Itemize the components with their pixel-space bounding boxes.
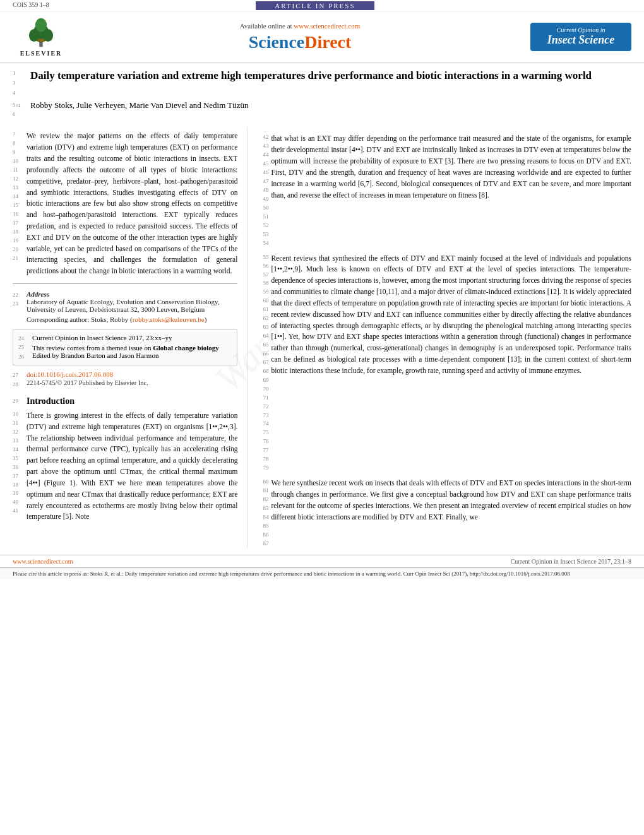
sciencedirect-logo: ScienceDirect bbox=[69, 32, 530, 52]
citation-content: Current Opinion in Insect Science 2017, … bbox=[32, 334, 219, 359]
journal-code-bar: COIS 359 1–8 ARTICLE IN PRESS bbox=[0, 0, 644, 12]
journal-badge-subtitle: Current Opinion in bbox=[538, 27, 624, 33]
elsevier-label: ELSEVIER bbox=[20, 50, 63, 57]
introduction-title: Introduction bbox=[27, 396, 75, 406]
article-in-press-label: ARTICLE IN PRESS bbox=[256, 1, 374, 10]
center-header: Available online at www.sciencedirect.co… bbox=[69, 22, 530, 52]
citation-note-text: Please cite this article in press as: St… bbox=[13, 571, 570, 577]
article-content: Warming 1 3 4 Daily temperature variatio… bbox=[0, 62, 644, 548]
doi-section: 2728 doi:10.1016/j.cois.2017.06.008 2214… bbox=[13, 370, 237, 389]
citation-box: 242526 Current Opinion in Insect Science… bbox=[13, 329, 237, 365]
sciencedirect-url[interactable]: www.sciencedirect.com bbox=[294, 22, 360, 30]
address-section: 2223 Address Laboratory of Aquatic Ecolo… bbox=[13, 283, 237, 323]
footer-url: www.sciencedirect.com bbox=[13, 558, 73, 565]
doi-copyright: 2214-5745/© 2017 Published by Elsevier I… bbox=[27, 379, 148, 386]
abstract-text: We review the major patterns on the effe… bbox=[27, 131, 237, 277]
page-header: ELSEVIER Available online at www.science… bbox=[0, 12, 644, 62]
elsevier-logo: ELSEVIER bbox=[13, 17, 69, 57]
left-column: 789101112131415161718192021 We review th… bbox=[13, 127, 247, 548]
address-line-1: Laboratory of Aquatic Ecology, Evolution… bbox=[27, 298, 220, 305]
right-para-2: Recent reviews that synthesized the effe… bbox=[271, 253, 631, 377]
article-authors: Robby Stoks, Julie Verheyen, Marie Van D… bbox=[30, 100, 249, 110]
right-column: 42434445464748495051525354 that what is … bbox=[247, 127, 631, 548]
two-column-layout: 789101112131415161718192021 We review th… bbox=[13, 127, 631, 548]
page-footer: www.sciencedirect.com Current Opinion in… bbox=[0, 555, 644, 567]
footer-citation-note: Please cite this article in press as: St… bbox=[0, 567, 644, 579]
doi-anchor[interactable]: doi:10.1016/j.cois.2017.06.008 bbox=[27, 370, 113, 378]
address-label: Address bbox=[27, 290, 220, 298]
citation-journal: Current Opinion in Insect Science 2017, … bbox=[32, 334, 219, 341]
abstract-section: 789101112131415161718192021 We review th… bbox=[13, 131, 237, 277]
introduction-text: There is growing interest in the effects… bbox=[27, 410, 237, 523]
corresponding-email-link[interactable]: robby.stoks@kuleuven.be bbox=[133, 316, 205, 323]
right-para-3: We here synthesize recent work on insect… bbox=[271, 478, 631, 523]
doi-link-text: doi:10.1016/j.cois.2017.06.008 bbox=[27, 370, 148, 378]
citation-themed: This review comes from a themed issue on… bbox=[32, 344, 219, 352]
address-block: Address Laboratory of Aquatic Ecology, E… bbox=[27, 290, 220, 313]
svg-rect-5 bbox=[38, 39, 45, 42]
journal-badge: Current Opinion in Insect Science bbox=[530, 23, 631, 51]
address-line-2: University of Leuven, Debériotstraat 32,… bbox=[27, 305, 220, 313]
elsevier-tree-icon bbox=[22, 17, 60, 49]
journal-code: COIS 359 1–8 bbox=[13, 1, 49, 10]
article-title: Daily temperature variation and extreme … bbox=[30, 69, 592, 83]
svg-point-4 bbox=[35, 18, 47, 32]
journal-badge-title: Insect Science bbox=[538, 33, 624, 47]
page-spacer bbox=[581, 1, 631, 10]
citation-edited: Edited by Brandon Barton and Jason Harmo… bbox=[32, 352, 219, 359]
footer-citation: Current Opinion in Insect Science 2017, … bbox=[511, 558, 631, 565]
doi-block: doi:10.1016/j.cois.2017.06.008 2214-5745… bbox=[27, 370, 148, 386]
title-section: 1 3 4 Daily temperature variation and ex… bbox=[13, 62, 631, 124]
introduction-section: 29 Introduction 303132333435363738394041… bbox=[13, 396, 237, 523]
corresponding-author: Corresponding author: Stoks, Robby (robb… bbox=[27, 316, 237, 323]
available-online-text: Available online at www.sciencedirect.co… bbox=[69, 22, 530, 30]
right-para-1: that what is an EXT may differ depending… bbox=[271, 133, 631, 201]
right-column-body: 42434445464748495051525354 that what is … bbox=[257, 133, 631, 548]
